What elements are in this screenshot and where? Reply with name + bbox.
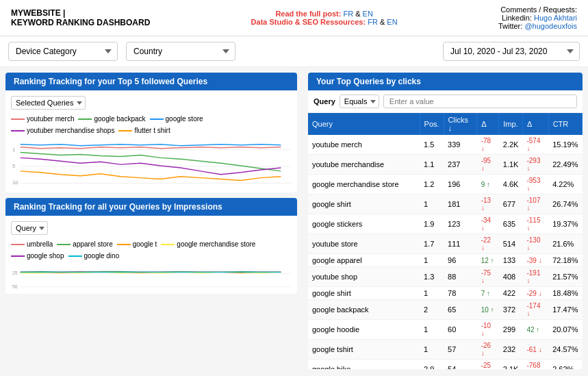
top5-body: Selected Queries youtuber merch google b… [5, 90, 297, 192]
cell-clicks-delta: -13 ↓ [477, 195, 499, 214]
read-post-label: Read the full post: [275, 10, 341, 18]
cell-clicks-delta: -78 ↓ [477, 135, 499, 155]
table-row: google stickers 1.9 123 -34 ↓ 635 -115 ↓… [308, 214, 583, 234]
cell-imp: 4.6K [499, 175, 523, 195]
cell-pos: 1 [420, 287, 444, 300]
cell-clicks-delta: 7 ↑ [477, 287, 499, 300]
top-queries-table: Query Pos. Clicks ↓ Δ Imp. Δ CTR youtube… [308, 113, 583, 369]
query-filter-label: Query [314, 97, 335, 105]
cell-clicks-delta: -25 ↓ [477, 360, 499, 370]
cell-pos: 1.5 [420, 135, 444, 155]
header-middle: Read the full post: FR & EN Data Studio … [164, 10, 485, 26]
device-category-select[interactable]: Device Category [8, 42, 118, 61]
cell-ctr: 26.74% [548, 195, 582, 214]
cell-imp: 677 [499, 195, 523, 214]
legend-flutter-tshirt: flutter t shirt [118, 127, 170, 134]
cell-ctr: 22.49% [548, 155, 582, 175]
cell-query: youtube merch [308, 135, 420, 155]
cell-query: google apparel [308, 254, 420, 267]
table-body: youtube merch 1.5 339 -78 ↓ 2.2K -574 ↓ … [308, 135, 583, 369]
cell-clicks: 57 [444, 340, 477, 360]
table-header-row: Query Pos. Clicks ↓ Δ Imp. Δ CTR [308, 113, 583, 135]
data-studio-label: Data Studio & SEO Ressources: [251, 18, 366, 26]
legend-google-t: google t [117, 240, 157, 248]
filters-bar: Device Category Country Jul 10, 2020 - J… [0, 36, 588, 67]
top-queries-title: Your Top Queries by clicks [316, 77, 421, 86]
cell-imp-delta: -574 ↓ [522, 135, 548, 155]
impressions-card-header: Ranking Tracking for all your Queries by… [5, 198, 297, 216]
svg-text:25: 25 [12, 271, 18, 275]
cell-imp-delta: -61 ↓ [522, 340, 548, 360]
cell-ctr: 15.19% [548, 135, 582, 155]
read-fr-link[interactable]: FR [343, 10, 353, 18]
cell-pos: 2 [420, 300, 444, 320]
cell-imp-delta: 42 ↑ [522, 320, 548, 340]
ds-fr-link[interactable]: FR [368, 18, 378, 26]
cell-imp-delta: -293 ↓ [522, 155, 548, 175]
cell-clicks: 96 [444, 254, 477, 267]
cell-ctr: 24.57% [548, 340, 582, 360]
col-clicks-delta: Δ [477, 113, 499, 135]
cell-ctr: 4.22% [548, 175, 582, 195]
read-en-link[interactable]: EN [363, 10, 373, 18]
cell-pos: 1 [420, 320, 444, 340]
cell-imp-delta: -130 ↓ [522, 234, 548, 254]
cell-imp-delta: -29 ↓ [522, 287, 548, 300]
legend-color-apparel [57, 244, 71, 245]
col-imp-delta: Δ [522, 113, 548, 135]
date-range-select[interactable]: Jul 10, 2020 - Jul 23, 2020 [443, 42, 580, 61]
cell-ctr: 18.48% [548, 287, 582, 300]
cell-imp-delta: -174 ↓ [522, 300, 548, 320]
impressions-card: Ranking Tracking for all your Queries by… [5, 198, 297, 294]
selected-queries-select[interactable]: Selected Queries [11, 96, 86, 110]
linkedin-link[interactable]: Hugo Akhtari [534, 14, 577, 22]
col-clicks[interactable]: Clicks ↓ [444, 113, 477, 135]
country-select[interactable]: Country [126, 42, 235, 61]
cell-query: google merchandise store [308, 175, 420, 195]
legend-color-youtuber-shops [11, 130, 25, 131]
svg-text:50: 50 [12, 284, 18, 289]
svg-text:10: 10 [12, 179, 18, 186]
legend-color-umbrella [11, 244, 25, 245]
top5-card-header: Ranking Tracking for your Top 5 followed… [5, 73, 297, 90]
legend-color-google-t [117, 244, 131, 245]
cell-imp: 299 [499, 320, 523, 340]
cell-query: youtube shop [308, 267, 420, 287]
cell-pos: 1.9 [420, 214, 444, 234]
table-row: google shirt 1 78 7 ↑ 422 -29 ↓ 18.48% [308, 287, 583, 300]
cell-query: google shirt [308, 287, 420, 300]
table-row: youtube shop 1.3 88 -75 ↓ 408 -191 ↓ 21.… [308, 267, 583, 287]
cell-imp: 514 [499, 234, 523, 254]
cell-clicks-delta: 12 ↑ [477, 254, 499, 267]
query-select[interactable]: Query [11, 221, 48, 235]
cell-imp: 133 [499, 254, 523, 267]
cell-clicks-delta: -34 ↓ [477, 214, 499, 234]
cell-ctr: 20.07% [548, 320, 582, 340]
legend-google-merch-store: google merchandise store [161, 240, 255, 248]
twitter-link[interactable]: @hugodeuxfois [524, 22, 577, 30]
cell-clicks-delta: -75 ↓ [477, 267, 499, 287]
query-equals-select[interactable]: Equals [340, 95, 379, 108]
site-name: MYWEBSITE | [11, 8, 150, 18]
cell-imp-delta: -115 ↓ [522, 214, 548, 234]
cell-clicks: 181 [444, 195, 477, 214]
legend-youtuber-merch: youtuber merch [11, 115, 74, 123]
query-filter-input[interactable] [383, 95, 577, 108]
table-row: google tshirt 1 57 -26 ↓ 232 -61 ↓ 24.57… [308, 340, 583, 360]
table-row: google backpack 2 65 10 ↑ 372 -174 ↓ 17.… [308, 300, 583, 320]
cell-imp: 635 [499, 214, 523, 234]
cell-clicks: 54 [444, 360, 477, 370]
cell-clicks: 111 [444, 234, 477, 254]
main-content: Ranking Tracking for your Top 5 followed… [0, 67, 588, 375]
legend-google-dino: google dino [68, 252, 120, 260]
query-filter-bar: Query Equals [308, 90, 583, 113]
impressions-body: Query umbrella apparel store google t [5, 216, 297, 294]
cell-imp: 422 [499, 287, 523, 300]
queries-table-container: Query Pos. Clicks ↓ Δ Imp. Δ CTR youtube… [308, 113, 583, 369]
table-row: google bike 2.9 54 -25 ↓ 2.1K -768 ↓ 2.6… [308, 360, 583, 370]
cell-ctr: 17.47% [548, 300, 582, 320]
legend-youtuber-merch-shops: youtuber merchandise shops [11, 127, 114, 134]
cell-imp: 2.1K [499, 360, 523, 370]
ds-en-link[interactable]: EN [387, 18, 397, 26]
cell-clicks-delta: 9 ↑ [477, 175, 499, 195]
